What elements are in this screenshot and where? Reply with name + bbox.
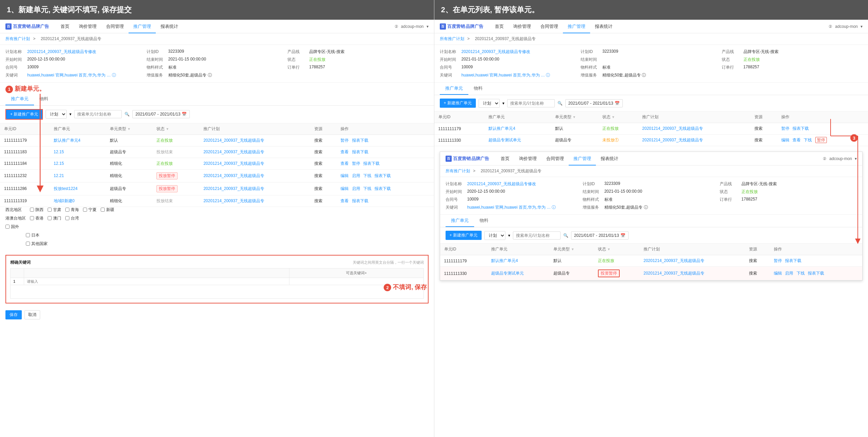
save-button[interactable]: 保存 bbox=[5, 310, 22, 319]
checkbox-macao[interactable]: 澳门 bbox=[48, 215, 61, 221]
inner-action-edit-2[interactable]: 编辑 bbox=[774, 271, 782, 276]
right-action-offline-2[interactable]: 下线 bbox=[804, 138, 812, 142]
nav-tab-promotion[interactable]: 推广管理 bbox=[129, 20, 156, 33]
cancel-button[interactable]: 取消 bbox=[24, 310, 40, 319]
checkbox-ningxia[interactable]: 宁夏 bbox=[83, 207, 97, 213]
inner-dropdown[interactable]: ▾ bbox=[855, 156, 857, 161]
plan-link[interactable]: 20201214_200937_无线超级品专 bbox=[203, 138, 264, 143]
action-edit[interactable]: 编辑 bbox=[340, 186, 349, 191]
inner-action-pause-1[interactable]: 暂停 bbox=[774, 258, 782, 263]
checkbox-other[interactable]: 其他国家 bbox=[5, 241, 48, 247]
tab-unit[interactable]: 推广单元 bbox=[5, 93, 34, 105]
checkbox-gansu[interactable]: 甘肃 bbox=[48, 207, 61, 213]
action-report[interactable]: 报表下载 bbox=[363, 161, 380, 166]
right-dropdown-icon[interactable]: ▾ bbox=[861, 24, 863, 29]
action-pause[interactable]: 暂停 bbox=[340, 138, 349, 143]
inner-tab-unit[interactable]: 推广单元 bbox=[446, 215, 474, 227]
inner-action-report-1[interactable]: 报表下载 bbox=[785, 258, 801, 263]
search-input[interactable] bbox=[74, 110, 122, 118]
plan-link[interactable]: 20201214_200937_无线超级品专 bbox=[203, 198, 264, 203]
right-action-edit-2[interactable]: 编辑 bbox=[781, 138, 789, 142]
inner-search-icon[interactable]: 🔍 bbox=[563, 233, 568, 238]
right-nav-tab-promotion[interactable]: 推广管理 bbox=[563, 20, 590, 33]
inner-nav-contract[interactable]: 合同管理 bbox=[541, 152, 569, 165]
checkbox-qinghai[interactable]: 青海 bbox=[65, 207, 79, 213]
checkbox-taiwan[interactable]: 台湾 bbox=[65, 215, 79, 221]
inner-action-enable-2[interactable]: 启用 bbox=[785, 271, 793, 276]
right-tab-material[interactable]: 物料 bbox=[468, 83, 488, 95]
action-view[interactable]: 查看 bbox=[340, 161, 349, 166]
checkbox-japan[interactable]: 日本 bbox=[5, 232, 39, 238]
plan-select[interactable]: 计划 bbox=[46, 110, 67, 119]
action-report[interactable]: 报表下载 bbox=[374, 186, 391, 191]
info-value-kw[interactable]: huawei,huawei 官网,huawei 首页,华为,华为 … ⓘ bbox=[27, 72, 116, 78]
action-edit[interactable]: 编辑 bbox=[340, 173, 349, 178]
action-report[interactable]: 报表下载 bbox=[374, 173, 391, 178]
inner-plan-select[interactable]: 计划 bbox=[484, 231, 505, 240]
checkbox-shaanxi[interactable]: 陕西 bbox=[30, 207, 44, 213]
right-action-pause-2[interactable]: 暂停 bbox=[815, 137, 827, 143]
tab-material[interactable]: 物料 bbox=[34, 93, 54, 105]
plan-link[interactable]: 20201214_200937_无线超级品专 bbox=[203, 173, 264, 178]
right-nav-tab-contract[interactable]: 合同管理 bbox=[536, 20, 563, 33]
unit-name-link[interactable]: 12.15 bbox=[54, 150, 64, 154]
inner-action-report-2[interactable]: 报表下载 bbox=[808, 271, 824, 276]
plan-link[interactable]: 20201214_200937_无线超级品专 bbox=[203, 186, 264, 191]
inner-action-offline-2[interactable]: 下线 bbox=[797, 271, 805, 276]
action-offline[interactable]: 下线 bbox=[363, 173, 371, 178]
unit-name-link[interactable]: 投放test1224 bbox=[54, 186, 78, 191]
checkbox-xinjiang[interactable]: 新疆 bbox=[101, 207, 114, 213]
nav-tab-home[interactable]: 首页 bbox=[56, 20, 74, 33]
nav-tab-report[interactable]: 报表统计 bbox=[156, 20, 183, 33]
nav-tab-inquiry[interactable]: 询价管理 bbox=[74, 20, 101, 33]
action-report[interactable]: 报表下载 bbox=[352, 138, 368, 143]
right-action-report-1[interactable]: 报表下载 bbox=[792, 126, 809, 131]
breadcrumb-parent[interactable]: 所有推广计划 bbox=[5, 36, 30, 41]
right-nav-tab-inquiry[interactable]: 询价管理 bbox=[508, 20, 536, 33]
inner-search-input[interactable] bbox=[513, 231, 561, 240]
inner-nav-inquiry[interactable]: 询价管理 bbox=[514, 152, 541, 165]
right-search-input[interactable] bbox=[507, 99, 555, 107]
right-cell-id-2: 1111111330 bbox=[434, 135, 485, 146]
right-tab-unit[interactable]: 推广单元 bbox=[440, 83, 468, 95]
right-action-pause-1[interactable]: 暂停 bbox=[781, 126, 789, 131]
inner-tab-material[interactable]: 物料 bbox=[474, 215, 494, 227]
right-search-icon[interactable]: 🔍 bbox=[557, 101, 563, 106]
action-pause[interactable]: 暂停 bbox=[352, 161, 360, 166]
action-offline[interactable]: 下线 bbox=[363, 186, 371, 191]
unit-name-link[interactable]: 12.15 bbox=[54, 161, 64, 166]
inner-date-range[interactable]: 2021/01/07 - 2021/01/13 📅 bbox=[571, 231, 629, 240]
plan-link[interactable]: 20201214_200937_无线超级品专 bbox=[203, 161, 264, 166]
action-report[interactable]: 报表下载 bbox=[352, 198, 368, 203]
right-plan-select[interactable]: 计划 bbox=[479, 99, 500, 108]
unit-name-link[interactable]: 12.21 bbox=[54, 173, 64, 178]
date-range[interactable]: 2021/01/07 - 2021/01/13 📅 bbox=[132, 110, 190, 118]
action-enable[interactable]: 启用 bbox=[352, 173, 360, 178]
info-value-name[interactable]: 20201214_200937_无线超级品专修改 bbox=[27, 49, 96, 55]
inner-nav-promotion[interactable]: 推广管理 bbox=[569, 152, 596, 165]
right-action-view-2[interactable]: 查看 bbox=[792, 138, 801, 142]
action-view[interactable]: 查看 bbox=[340, 198, 349, 203]
right-breadcrumb-parent[interactable]: 所有推广计划 bbox=[440, 36, 464, 41]
inner-breadcrumb-parent[interactable]: 所有推广计划 bbox=[446, 169, 470, 173]
inner-nav-report[interactable]: 报表统计 bbox=[596, 152, 623, 165]
right-nav-tab-home[interactable]: 首页 bbox=[490, 20, 508, 33]
action-enable[interactable]: 启用 bbox=[352, 186, 360, 191]
inner-nav-home[interactable]: 首页 bbox=[496, 152, 514, 165]
nav-tab-contract[interactable]: 合同管理 bbox=[101, 20, 129, 33]
new-unit-button[interactable]: + 新建推广单元 bbox=[6, 110, 42, 119]
search-icon[interactable]: 🔍 bbox=[124, 112, 130, 117]
unit-name-link[interactable]: 地域0新建0 bbox=[54, 198, 74, 203]
action-view[interactable]: 查看 bbox=[340, 150, 349, 154]
plan-link[interactable]: 20201214_200937_无线超级品专 bbox=[203, 150, 264, 154]
inner-new-unit-button[interactable]: + 新建推广单元 bbox=[446, 231, 482, 240]
action-report[interactable]: 报表下载 bbox=[352, 150, 368, 154]
dropdown-icon[interactable]: ▾ bbox=[427, 24, 429, 29]
checkbox-hongkong[interactable]: 香港 bbox=[30, 215, 44, 221]
right-nav-tab-report[interactable]: 报表统计 bbox=[590, 20, 617, 33]
unit-name-link[interactable]: 默认推广单元4 bbox=[54, 138, 81, 143]
keyword-input[interactable] bbox=[27, 279, 286, 283]
right-new-unit-button[interactable]: + 新建推广单元 bbox=[440, 99, 476, 108]
right-date-range[interactable]: 2021/01/07 - 2021/01/13 📅 bbox=[565, 99, 623, 107]
checkbox-abroad[interactable]: 国外 bbox=[5, 224, 19, 230]
